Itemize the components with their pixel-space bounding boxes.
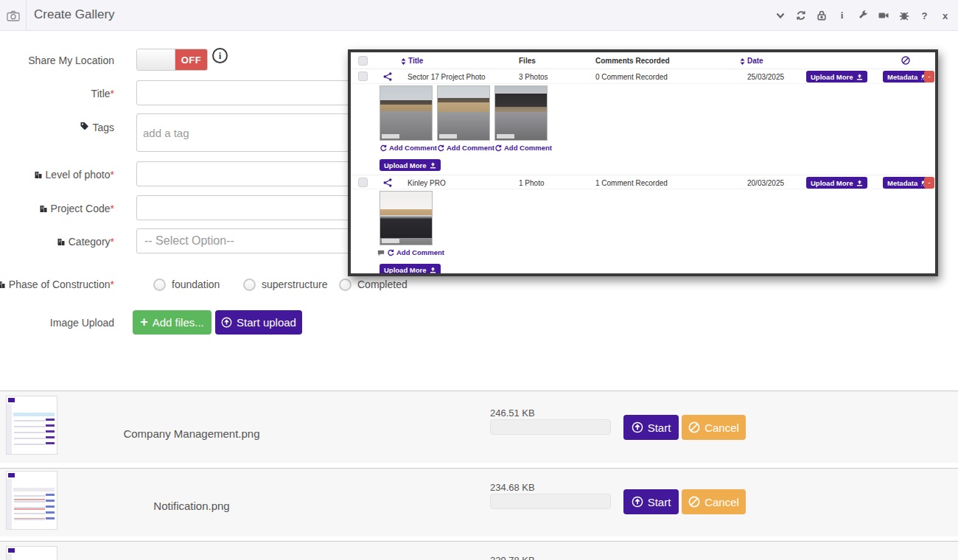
gallery-files: 1 Photo bbox=[519, 179, 544, 187]
gallery-list-panel: Title Files Comments Recorded Date Secto… bbox=[348, 49, 938, 276]
file-thumbnail[interactable] bbox=[6, 546, 57, 560]
upload-icon bbox=[856, 74, 863, 80]
toggle-state-off: OFF bbox=[175, 49, 207, 70]
share-icon[interactable] bbox=[383, 72, 392, 81]
refresh-icon bbox=[494, 144, 502, 152]
radio-foundation[interactable] bbox=[153, 279, 166, 291]
level-of-photo-label: Level of photo* bbox=[0, 169, 114, 181]
column-comments: Comments Recorded bbox=[595, 57, 670, 65]
gallery-title[interactable]: Sector 17 Project Photo bbox=[408, 73, 486, 81]
upload-icon bbox=[430, 162, 436, 169]
comment-icon bbox=[377, 249, 385, 256]
radio-option-foundation[interactable]: foundation bbox=[153, 277, 220, 292]
share-location-info-icon[interactable]: i bbox=[212, 48, 228, 63]
select-all-checkbox[interactable] bbox=[358, 56, 368, 66]
file-size: 229.78 KB bbox=[490, 555, 535, 560]
radio-option-completed[interactable]: Completed bbox=[339, 277, 408, 292]
remove-button[interactable]: - bbox=[924, 71, 934, 83]
help-icon[interactable]: ? bbox=[919, 10, 930, 21]
bug-icon[interactable] bbox=[898, 10, 909, 21]
gallery-photo-thumbnail[interactable] bbox=[380, 191, 433, 245]
file-name: Company Management.png bbox=[74, 427, 310, 440]
column-title[interactable]: Title bbox=[401, 57, 423, 65]
remove-button[interactable]: - bbox=[924, 177, 934, 189]
cancel-button[interactable]: Cancel bbox=[682, 489, 746, 514]
start-upload-button[interactable]: Start upload bbox=[215, 310, 302, 335]
radio-completed[interactable] bbox=[339, 279, 352, 291]
upload-more-button[interactable]: Upload More bbox=[380, 264, 441, 276]
start-button[interactable]: Start bbox=[623, 489, 679, 514]
radio-option-superstructure[interactable]: superstructure bbox=[243, 277, 327, 292]
file-size: 246.51 KB bbox=[490, 407, 535, 419]
building-icon bbox=[39, 204, 48, 213]
category-label: Category* bbox=[0, 236, 114, 248]
gallery-comments: 0 Comment Recorded bbox=[595, 73, 668, 81]
lock-icon[interactable] bbox=[816, 10, 827, 21]
file-size: 234.68 KB bbox=[490, 482, 535, 493]
add-files-button[interactable]: + Add files... bbox=[133, 310, 211, 335]
column-files: Files bbox=[519, 57, 536, 65]
building-icon bbox=[57, 237, 66, 246]
video-camera-icon[interactable] bbox=[878, 10, 889, 21]
cancel-button[interactable]: Cancel bbox=[682, 415, 746, 440]
title-label: Title* bbox=[0, 88, 114, 99]
project-code-label: Project Code* bbox=[0, 203, 114, 214]
file-upload-row: Notification.png 234.68 KB Start Cancel bbox=[0, 468, 958, 536]
gallery-comments: 1 Comment Recorded bbox=[595, 179, 668, 187]
gallery-files: 3 Photos bbox=[519, 73, 548, 81]
ban-icon bbox=[688, 496, 700, 508]
add-comment-link[interactable]: Add Comment bbox=[437, 144, 494, 152]
upload-more-button[interactable]: Upload More bbox=[806, 71, 867, 83]
app-header: Create Gallery i ? x bbox=[0, 0, 958, 31]
info-icon[interactable]: i bbox=[836, 10, 847, 21]
row-checkbox[interactable] bbox=[358, 178, 368, 187]
circle-arrow-up-icon bbox=[221, 317, 232, 328]
page-title: Create Gallery bbox=[34, 7, 115, 22]
share-icon[interactable] bbox=[383, 178, 392, 187]
gallery-camera-icon bbox=[0, 0, 27, 31]
sort-icon bbox=[740, 58, 745, 65]
gallery-title[interactable]: Kinley PRO bbox=[408, 179, 446, 187]
upload-icon bbox=[430, 267, 436, 273]
upload-progress-bar bbox=[490, 419, 611, 435]
gallery-photo-thumbnail[interactable] bbox=[437, 85, 490, 141]
gallery-photo-thumbnail[interactable] bbox=[494, 85, 548, 141]
ban-icon bbox=[688, 421, 700, 433]
add-comment-link[interactable]: Add Comment bbox=[380, 144, 437, 152]
column-date[interactable]: Date bbox=[740, 57, 763, 65]
chevron-down-icon[interactable] bbox=[775, 10, 786, 21]
gallery-row-sector17[interactable]: Sector 17 Project Photo 3 Photos 0 Comme… bbox=[351, 69, 935, 84]
refresh-icon[interactable] bbox=[795, 10, 806, 21]
refresh-icon bbox=[380, 144, 387, 152]
tag-icon bbox=[79, 122, 89, 132]
wrench-icon[interactable] bbox=[857, 10, 868, 21]
share-location-label: Share My Location bbox=[0, 55, 114, 66]
row-checkbox[interactable] bbox=[358, 71, 368, 81]
file-thumbnail[interactable] bbox=[6, 471, 57, 530]
share-location-toggle[interactable]: OFF bbox=[136, 49, 208, 71]
circle-arrow-up-icon bbox=[632, 421, 643, 433]
gallery-table-header: Title Files Comments Recorded Date bbox=[351, 52, 935, 69]
upload-progress-bar bbox=[490, 494, 611, 509]
gallery-photo-thumbnail[interactable] bbox=[380, 85, 433, 141]
gallery-date: 20/03/2025 bbox=[747, 179, 784, 187]
upload-more-button[interactable]: Upload More bbox=[380, 159, 441, 171]
image-upload-label: Image Upload bbox=[0, 317, 114, 329]
add-comment-link[interactable]: Add Comment bbox=[377, 248, 444, 256]
column-ban-icon bbox=[901, 56, 910, 65]
close-icon[interactable]: x bbox=[940, 10, 951, 21]
sort-icon bbox=[401, 58, 406, 65]
toggle-knob[interactable] bbox=[137, 49, 175, 70]
file-upload-row: 229.78 KB bbox=[0, 541, 958, 560]
gallery-row-kinley[interactable]: Kinley PRO 1 Photo 1 Comment Recorded 20… bbox=[351, 175, 935, 189]
plus-icon: + bbox=[140, 315, 148, 330]
phase-label: Phase of Construction* bbox=[0, 279, 114, 290]
upload-icon bbox=[856, 180, 863, 186]
radio-superstructure[interactable] bbox=[243, 279, 256, 291]
circle-arrow-up-icon bbox=[632, 496, 643, 508]
start-button[interactable]: Start bbox=[623, 415, 679, 440]
add-comment-link[interactable]: Add Comment bbox=[494, 144, 552, 152]
upload-more-button[interactable]: Upload More bbox=[806, 177, 867, 189]
file-thumbnail[interactable] bbox=[6, 396, 57, 455]
refresh-icon bbox=[437, 144, 444, 152]
